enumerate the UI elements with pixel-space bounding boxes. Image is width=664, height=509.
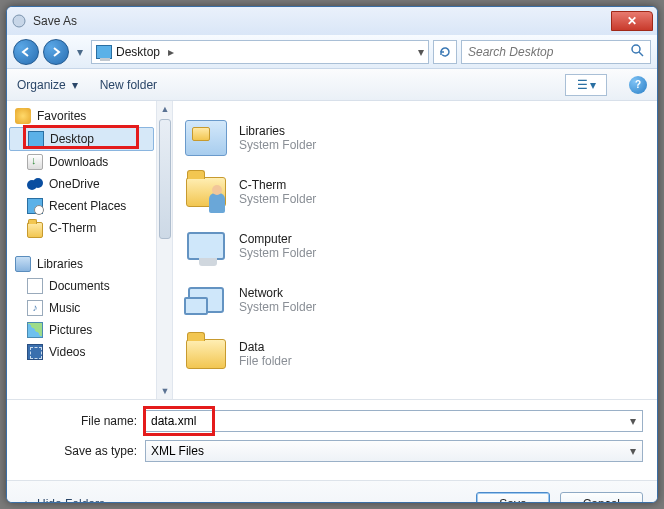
toolbar: Organize ▾ New folder ☰▾ ?: [7, 69, 657, 101]
sidebar-item-recent-places[interactable]: Recent Places: [7, 195, 156, 217]
refresh-button[interactable]: [433, 40, 457, 64]
save-fields: File name: ▾ Save as type: XML Files ▾: [7, 399, 657, 480]
downloads-icon: [27, 154, 43, 170]
sidebar-item-downloads[interactable]: Downloads: [7, 151, 156, 173]
scroll-up-icon[interactable]: ▲: [159, 102, 171, 116]
back-button[interactable]: [13, 39, 39, 65]
libraries-header[interactable]: Libraries: [7, 253, 156, 275]
sidebar-item-pictures[interactable]: Pictures: [7, 319, 156, 341]
new-folder-label: New folder: [100, 78, 157, 92]
navigation-tree: Favorites Desktop Downloads OneDrive Rec…: [7, 101, 157, 399]
scroll-down-icon[interactable]: ▼: [159, 384, 171, 398]
forward-button[interactable]: [43, 39, 69, 65]
nav-history-dropdown[interactable]: ▾: [73, 39, 87, 65]
tree-scrollbar[interactable]: ▲ ▼: [157, 101, 173, 399]
documents-icon: [27, 278, 43, 294]
sidebar-item-ctherm[interactable]: C-Therm: [7, 217, 156, 239]
person-icon: [209, 193, 225, 213]
filename-dropdown-icon[interactable]: ▾: [626, 414, 641, 428]
app-icon: [11, 13, 27, 29]
filename-input[interactable]: [147, 414, 626, 428]
view-icon: ☰: [577, 78, 588, 92]
svg-line-2: [639, 52, 643, 56]
filename-label: File name:: [57, 414, 137, 428]
breadcrumb-location: Desktop: [116, 45, 160, 59]
list-item[interactable]: NetworkSystem Folder: [181, 273, 649, 327]
star-icon: [15, 108, 31, 124]
onedrive-icon: [27, 176, 43, 192]
address-dropdown-icon[interactable]: ▾: [418, 45, 424, 59]
address-bar[interactable]: Desktop ▸ ▾: [91, 40, 429, 64]
svg-point-1: [632, 45, 640, 53]
list-item[interactable]: ComputerSystem Folder: [181, 219, 649, 273]
desktop-icon: [96, 45, 112, 59]
folder-icon: [186, 339, 226, 369]
computer-icon: [187, 232, 225, 260]
list-item[interactable]: C-ThermSystem Folder: [181, 165, 649, 219]
refresh-icon: [438, 45, 452, 59]
hide-folders-button[interactable]: Hide Folders: [21, 497, 105, 504]
search-box[interactable]: [461, 40, 651, 64]
sidebar-item-desktop[interactable]: Desktop: [9, 127, 154, 151]
sidebar-item-documents[interactable]: Documents: [7, 275, 156, 297]
pictures-icon: [27, 322, 43, 338]
music-icon: ♪: [27, 300, 43, 316]
cancel-button[interactable]: Cancel: [560, 492, 643, 504]
savetype-value: XML Files: [147, 444, 208, 458]
savetype-combobox[interactable]: XML Files ▾: [145, 440, 643, 462]
libraries-folder-icon: [185, 120, 227, 156]
svg-point-0: [13, 15, 25, 27]
sidebar-item-music[interactable]: ♪ Music: [7, 297, 156, 319]
close-button[interactable]: ✕: [611, 11, 653, 31]
filename-field-wrapper: ▾: [145, 410, 643, 432]
network-icon: [188, 287, 224, 313]
recent-places-icon: [27, 198, 43, 214]
save-button[interactable]: Save: [476, 492, 549, 504]
organize-label: Organize: [17, 78, 66, 92]
favorites-header[interactable]: Favorites: [7, 105, 156, 127]
titlebar: Save As ✕: [7, 7, 657, 35]
savetype-label: Save as type:: [57, 444, 137, 458]
videos-icon: [27, 344, 43, 360]
list-item[interactable]: LibrariesSystem Folder: [181, 111, 649, 165]
search-input[interactable]: [468, 45, 626, 59]
chevron-right-icon[interactable]: ▸: [168, 45, 174, 59]
view-options-button[interactable]: ☰▾: [565, 74, 607, 96]
savetype-dropdown-icon: ▾: [625, 444, 641, 458]
window-title: Save As: [33, 14, 611, 28]
folder-icon: [27, 222, 43, 238]
help-button[interactable]: ?: [629, 76, 647, 94]
list-item[interactable]: DataFile folder: [181, 327, 649, 381]
chevron-up-icon: [21, 501, 31, 504]
arrow-right-icon: [50, 46, 62, 58]
save-as-dialog: Save As ✕ ▾ Desktop ▸ ▾ Organize: [6, 6, 658, 503]
desktop-icon: [28, 131, 44, 147]
scroll-thumb[interactable]: [159, 119, 171, 239]
arrow-left-icon: [20, 46, 32, 58]
sidebar-item-videos[interactable]: Videos: [7, 341, 156, 363]
dialog-footer: Hide Folders Save Cancel: [7, 480, 657, 503]
sidebar-item-onedrive[interactable]: OneDrive: [7, 173, 156, 195]
search-icon: [630, 43, 644, 60]
organize-button[interactable]: Organize ▾: [17, 78, 78, 92]
navigation-bar: ▾ Desktop ▸ ▾: [7, 35, 657, 69]
file-list[interactable]: LibrariesSystem Folder C-ThermSystem Fol…: [173, 101, 657, 399]
chevron-down-icon: ▾: [72, 78, 78, 92]
libraries-icon: [15, 256, 31, 272]
new-folder-button[interactable]: New folder: [100, 78, 157, 92]
